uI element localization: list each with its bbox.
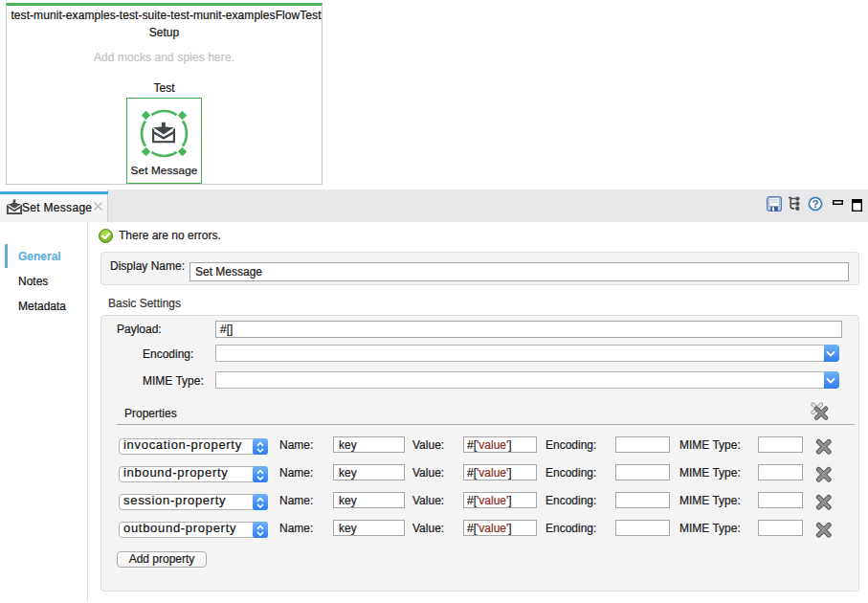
svg-text:?: ? xyxy=(812,198,818,210)
